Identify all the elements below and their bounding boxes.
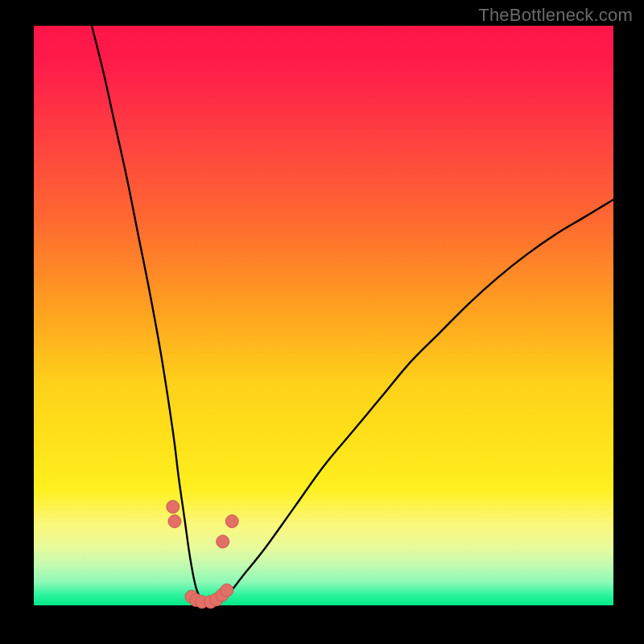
curve-marker <box>217 535 229 548</box>
curve-marker <box>221 584 233 597</box>
curve-marker <box>225 515 238 528</box>
curve-marker <box>167 501 180 514</box>
chart-frame: TheBottleneck.com <box>0 0 644 644</box>
curve-marker <box>168 515 181 528</box>
plot-area <box>34 26 613 605</box>
chart-svg <box>34 26 613 605</box>
curve-markers <box>167 501 238 609</box>
watermark-text: TheBottleneck.com <box>478 5 633 26</box>
